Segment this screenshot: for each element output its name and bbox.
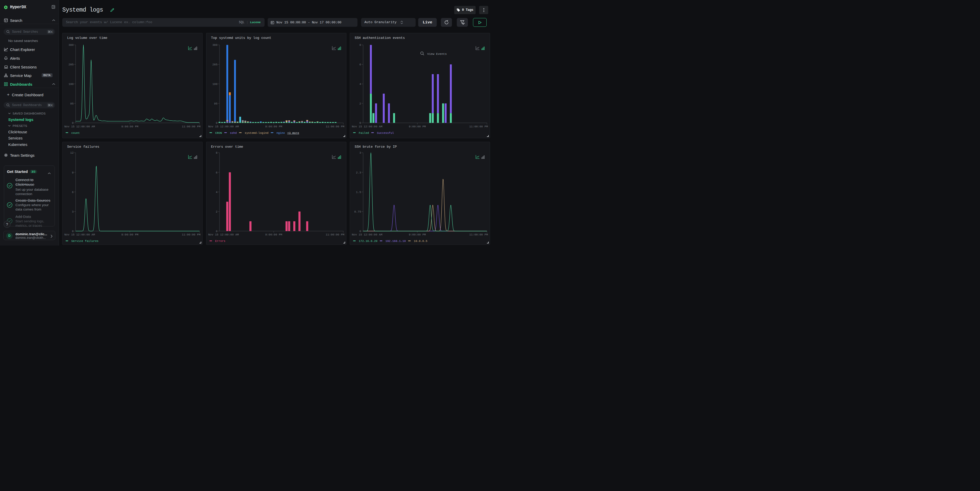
svg-text:2: 2 <box>216 210 218 213</box>
svg-text:190: 190 <box>68 83 73 86</box>
svg-text:Failed: Failed <box>359 131 369 134</box>
svg-text:11:00:00 PM: 11:00:00 PM <box>182 125 200 128</box>
svg-text:2.3: 2.3 <box>356 171 361 174</box>
svg-text:6: 6 <box>72 191 73 194</box>
svg-text:0.75: 0.75 <box>355 210 361 213</box>
svg-text:nginx: nginx <box>277 131 285 134</box>
svg-text:8: 8 <box>216 151 218 154</box>
svg-text:9:00:00 PM: 9:00:00 PM <box>265 125 282 128</box>
svg-text:Nov 15 12:00:00 AM: Nov 15 12:00:00 AM <box>64 125 95 128</box>
svg-text:9:00:00 PM: 9:00:00 PM <box>409 233 426 236</box>
svg-text:1.5: 1.5 <box>356 191 361 194</box>
svg-text:Nov 15 12:00:00 AM: Nov 15 12:00:00 AM <box>352 125 382 128</box>
svg-text:190: 190 <box>212 83 218 86</box>
svg-text:11:00:00 PM: 11:00:00 PM <box>469 233 488 236</box>
svg-text:192.168.1.10: 192.168.1.10 <box>385 240 406 243</box>
svg-text:6: 6 <box>359 63 361 66</box>
svg-text:0: 0 <box>72 121 73 124</box>
svg-text:172.16.0.20: 172.16.0.20 <box>359 240 377 243</box>
svg-text:0: 0 <box>359 230 361 233</box>
svg-text:Nov 15 12:00:00 AM: Nov 15 12:00:00 AM <box>64 233 95 236</box>
svg-text:count: count <box>71 131 80 134</box>
svg-text:systemd-logind: systemd-logind <box>245 131 268 134</box>
svg-text:0: 0 <box>359 121 361 124</box>
svg-text:CRON: CRON <box>215 131 222 134</box>
svg-text:9: 9 <box>72 171 73 174</box>
svg-text:95: 95 <box>214 102 217 105</box>
svg-text:SSH brute force by IP: SSH brute force by IP <box>355 145 397 148</box>
svg-text:Service failures: Service failures <box>71 240 99 243</box>
svg-text:11:00:00 PM: 11:00:00 PM <box>326 233 344 236</box>
svg-text:11:00:00 PM: 11:00:00 PM <box>182 233 200 236</box>
svg-text:Successful: Successful <box>377 131 394 134</box>
svg-text:0: 0 <box>216 121 218 124</box>
svg-text:0: 0 <box>216 230 218 233</box>
svg-text:285: 285 <box>68 63 73 66</box>
svg-text:11:00:00 PM: 11:00:00 PM <box>469 125 488 128</box>
svg-text:View Events: View Events <box>427 52 447 55</box>
svg-text:2: 2 <box>359 102 361 105</box>
svg-text:12: 12 <box>70 151 73 154</box>
svg-text:380: 380 <box>212 43 218 46</box>
svg-text:10.0.0.5: 10.0.0.5 <box>414 240 428 243</box>
svg-text:Errors over time: Errors over time <box>211 145 243 148</box>
svg-text:380: 380 <box>68 43 73 46</box>
svg-text:9:00:00 PM: 9:00:00 PM <box>409 125 426 128</box>
svg-text:SSH authentication events: SSH authentication events <box>355 36 405 40</box>
svg-text:Nov 15 12:00:00 AM: Nov 15 12:00:00 AM <box>208 233 239 236</box>
svg-text:3: 3 <box>72 210 73 213</box>
svg-text:6: 6 <box>216 171 218 174</box>
svg-text:Top systemd units by log count: Top systemd units by log count <box>211 36 271 40</box>
svg-text:3: 3 <box>359 151 361 154</box>
svg-text:4: 4 <box>216 191 218 194</box>
svg-text:Service failures: Service failures <box>67 145 99 148</box>
svg-text:9:00:00 PM: 9:00:00 PM <box>121 233 138 236</box>
svg-text:11:00:00 PM: 11:00:00 PM <box>326 125 344 128</box>
svg-text:9:00:00 PM: 9:00:00 PM <box>121 125 138 128</box>
svg-text:1: 1 <box>272 22 272 23</box>
svg-text:Log volume over time: Log volume over time <box>67 36 107 40</box>
svg-text:sshd: sshd <box>230 131 237 134</box>
svg-text:0: 0 <box>72 230 73 233</box>
svg-text:Errors: Errors <box>215 240 226 243</box>
svg-text:9:00:00 PM: 9:00:00 PM <box>265 233 282 236</box>
svg-text:95: 95 <box>70 102 73 105</box>
svg-text:285: 285 <box>212 63 218 66</box>
svg-text:8: 8 <box>359 43 361 46</box>
svg-text:Nov 15 12:00:00 AM: Nov 15 12:00:00 AM <box>352 233 382 236</box>
svg-text:Nov 15 12:00:00 AM: Nov 15 12:00:00 AM <box>208 125 239 128</box>
svg-text:+3 more: +3 more <box>287 131 299 134</box>
svg-text:4: 4 <box>359 83 361 86</box>
